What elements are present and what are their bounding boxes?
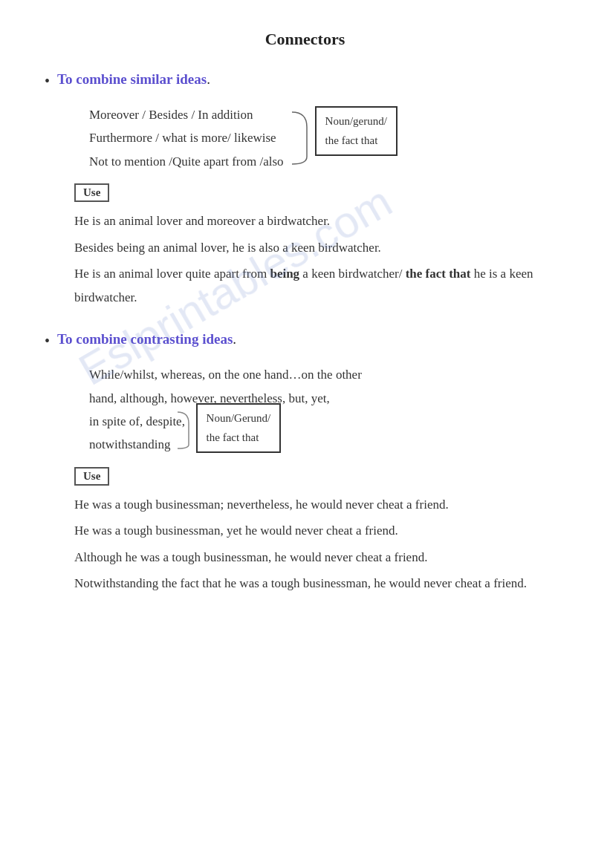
example-c1: He was a tough businessman; nevertheless…: [74, 493, 565, 516]
use-box-contrasting: Use: [74, 467, 109, 486]
section-similar: • To combine similar ideas. Moreover / B…: [45, 71, 565, 309]
connector-line-1: Moreover / Besides / In addition: [89, 103, 284, 126]
example-c2: He was a tough businessman, yet he would…: [74, 519, 565, 542]
example-3: He is an animal lover quite apart from b…: [74, 262, 565, 309]
use-box-similar: Use: [74, 183, 109, 202]
example-2: Besides being an animal lover, he is als…: [74, 236, 565, 259]
bracket-similar: [288, 108, 311, 168]
bullet-icon-2: •: [45, 333, 50, 350]
section-heading-contrasting: To combine contrasting ideas.: [57, 331, 236, 347]
noun-box-contrasting: Noun/Gerund/ the fact that: [196, 403, 282, 453]
bold-the-fact-that: the fact that: [406, 267, 471, 281]
bold-being: being: [270, 267, 299, 281]
section-contrasting: • To combine contrasting ideas. While/wh…: [45, 331, 565, 595]
connector-line-2: Furthermore / what is more/ likewise: [89, 126, 284, 149]
example-1: He is an animal lover and moreover a bir…: [74, 209, 565, 232]
example-c3: Although he was a tough businessman, he …: [74, 546, 565, 569]
connectors-similar: Moreover / Besides / In addition Further…: [89, 103, 284, 173]
bullet-similar: • To combine similar ideas.: [45, 71, 565, 90]
connector-line-3: Not to mention /Quite apart from /also: [89, 150, 284, 173]
noun-box-similar: Noun/gerund/ the fact that: [315, 106, 398, 156]
section-heading-similar: To combine similar ideas.: [57, 71, 210, 88]
connector-line-c1: While/whilst, whereas, on the one hand…o…: [89, 363, 362, 386]
connectors-contrasting: While/whilst, whereas, on the one hand…o…: [89, 363, 362, 457]
connector-line-c4: notwithstanding: [89, 433, 171, 456]
bracket-contrasting: [174, 410, 193, 451]
bullet-contrasting: • To combine contrasting ideas.: [45, 331, 565, 350]
page-title: Connectors: [45, 30, 565, 49]
bullet-icon: •: [45, 73, 50, 90]
examples-contrasting: He was a tough businessman; nevertheless…: [74, 493, 565, 595]
example-c4: Notwithstanding the fact that he was a t…: [74, 572, 565, 595]
examples-similar: He is an animal lover and moreover a bir…: [74, 209, 565, 309]
